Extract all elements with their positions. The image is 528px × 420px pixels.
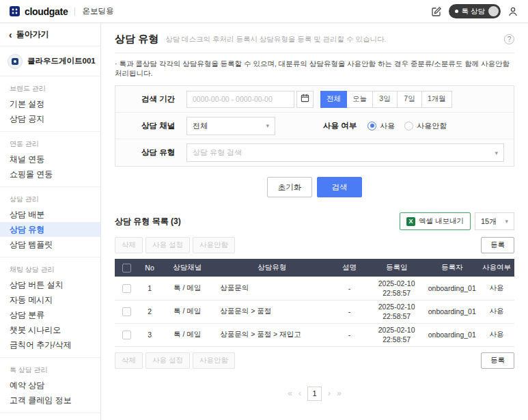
cell-type: 상품문의: [213, 277, 331, 300]
last-page-button[interactable]: »: [337, 389, 342, 398]
enable-button[interactable]: 사용 설정: [145, 352, 190, 369]
cell-desc: -: [331, 300, 368, 323]
page-1-button[interactable]: 1: [307, 387, 322, 401]
channel-select-value: 전체: [193, 121, 208, 131]
sidebar-section-integration: 연동 관리 채널 연동 쇼핑몰 연동: [0, 132, 100, 187]
header-desc: 설명: [331, 259, 368, 277]
status-badge[interactable]: 톡 상담: [449, 4, 501, 18]
table-header-row: No 상담채널 상담유형 설명 등록일 등록자 사용여부: [115, 259, 514, 277]
page-note: · 톡과 콜상담 각각의 상담유형을 등록할 수 있으며, 대분류의 상담유형을…: [115, 59, 514, 79]
period-quick-filters: 전체 오늘 3일 7일 1개월: [320, 91, 452, 108]
page-subtitle: 상담 데스크의 후처리 등록시 상담유형을 등록 및 관리할 수 있습니다.: [165, 35, 504, 44]
sidebar-item-banned-words[interactable]: 금칙어 추가/삭제: [0, 337, 100, 352]
help-icon[interactable]: ?: [504, 34, 514, 44]
back-link[interactable]: ‹ 돌아가기: [0, 23, 100, 46]
quick-filter-all[interactable]: 전체: [320, 91, 347, 108]
cell-no: 2: [138, 300, 161, 323]
quick-filter-1month[interactable]: 1개월: [421, 91, 452, 108]
section-title: 연동 관리: [0, 135, 100, 152]
quick-filter-3days[interactable]: 3일: [372, 91, 398, 108]
first-page-button[interactable]: «: [288, 389, 292, 398]
excel-icon: X: [406, 217, 415, 226]
page-size-select[interactable]: 15개 ▾: [475, 212, 514, 230]
section-title: 채팅 상담 관리: [0, 261, 100, 277]
consult-type-table: No 상담채널 상담유형 설명 등록일 등록자 사용여부 1 톡 / 메일 상품…: [115, 259, 514, 347]
enable-button[interactable]: 사용 설정: [145, 237, 190, 253]
sidebar-item-consult-category[interactable]: 상담 분류: [0, 307, 100, 322]
compose-icon[interactable]: [431, 6, 442, 17]
type-select[interactable]: 상담 유형 검색 ▾: [186, 143, 504, 162]
delete-button[interactable]: 삭제: [115, 237, 143, 253]
sidebar-item-consult-notice[interactable]: 상담 공지: [0, 111, 100, 126]
delete-button[interactable]: 삭제: [115, 352, 143, 369]
cell-date: 2025-02-10 22:58:57: [368, 323, 426, 346]
user-icon[interactable]: [508, 6, 518, 17]
excel-export-button[interactable]: X 엑셀 내보내기: [400, 212, 471, 230]
sidebar-item-consult-assignment[interactable]: 상담 배분: [0, 207, 100, 222]
row-checkbox[interactable]: [122, 331, 131, 339]
channel-select[interactable]: 전체 ▾: [186, 117, 275, 135]
header-divider: [74, 8, 75, 16]
sidebar-item-reservation-consult[interactable]: 예약 상담: [0, 378, 100, 393]
date-value: 2025-02-10: [369, 279, 425, 288]
sidebar-item-chat-button-install[interactable]: 상담 버튼 설치: [0, 277, 100, 292]
period-label: 검색 기간: [115, 94, 186, 104]
header-no: No: [138, 259, 161, 277]
register-button[interactable]: 등록: [481, 237, 514, 253]
sidebar: ‹ 돌아가기 클라우드게이트001 브랜드 관리 기본 설정 상담 공지 연동 …: [0, 23, 101, 420]
calendar-icon: [301, 94, 309, 104]
header-date: 등록일: [368, 259, 426, 277]
select-all-checkbox[interactable]: [122, 264, 131, 272]
table-row[interactable]: 1 톡 / 메일 상품문의 - 2025-02-10 22:58:57 onbo…: [115, 277, 514, 300]
radio-selected-icon: [367, 122, 376, 130]
quick-filter-today[interactable]: 오늘: [346, 91, 373, 108]
sidebar-item-consult-template[interactable]: 상담 템플릿: [0, 237, 100, 252]
disable-button[interactable]: 사용안함: [193, 237, 235, 253]
search-button[interactable]: 검색: [317, 177, 362, 197]
toolbar-left: 삭제 사용 설정 사용안함: [115, 352, 481, 369]
header-writer: 등록자: [426, 259, 479, 277]
sidebar-item-customer-claim-info[interactable]: 고객 클레임 정보: [0, 393, 100, 408]
table-row[interactable]: 3 톡 / 메일 상품문의 > 품절 > 재입고 - 2025-02-10 22…: [115, 323, 514, 346]
cloudgate-logo-icon: [10, 6, 20, 16]
cell-use: 사용: [479, 300, 514, 323]
sidebar-item-channel-integration[interactable]: 채널 연동: [0, 152, 100, 167]
type-select-placeholder: 상담 유형 검색: [193, 148, 242, 158]
row-checkbox[interactable]: [122, 307, 131, 316]
calendar-button[interactable]: [296, 91, 314, 108]
table-row[interactable]: 2 톡 / 메일 상품문의 > 품절 - 2025-02-10 22:58:57…: [115, 300, 514, 323]
cell-checkbox: [115, 323, 138, 346]
sidebar-item-auto-message[interactable]: 자동 메시지: [0, 292, 100, 307]
next-page-button[interactable]: ›: [328, 389, 331, 398]
cell-no: 1: [138, 277, 161, 300]
sidebar-item-consult-type[interactable]: 상담 유형: [0, 222, 100, 237]
sidebar-item-basic-settings[interactable]: 기본 설정: [0, 96, 100, 111]
quick-filter-7days[interactable]: 7일: [397, 91, 422, 108]
filter-row-period: 검색 기간 전체 오늘 3일 7일 1개월: [115, 86, 514, 113]
cell-checkbox: [115, 300, 138, 323]
status-toggle-knob[interactable]: [488, 6, 499, 16]
type-label: 상담 유형: [115, 148, 186, 158]
workspace-label: 온보딩용: [82, 6, 113, 16]
sidebar-section-chat-consult: 채팅 상담 관리 상담 버튼 설치 자동 메시지 상담 분류 챗봇 시나리오 금…: [0, 257, 100, 358]
chevron-down-icon: ▾: [505, 218, 508, 225]
radio-use[interactable]: 사용: [367, 121, 395, 131]
header-actions: 톡 상담: [431, 4, 518, 18]
filter-panel: 검색 기간 전체 오늘 3일 7일 1개월 상담 채널 전: [115, 85, 514, 167]
reset-button[interactable]: 초기화: [267, 177, 312, 197]
radio-unuse[interactable]: 사용안함: [404, 121, 447, 131]
prev-page-button[interactable]: ‹: [298, 389, 301, 398]
profile[interactable]: 클라우드게이트001: [0, 46, 100, 76]
list-header: 상담 유형 목록 (3) X 엑셀 내보내기 15개 ▾: [115, 212, 514, 230]
row-checkbox[interactable]: [122, 284, 131, 293]
register-button[interactable]: 등록: [481, 352, 514, 369]
sidebar-item-mall-integration[interactable]: 쇼핑몰 연동: [0, 167, 100, 182]
cell-channel: 톡 / 메일: [161, 323, 213, 346]
date-range-input[interactable]: [186, 91, 294, 108]
disable-button[interactable]: 사용안함: [193, 352, 235, 369]
logo-text[interactable]: cloudgate: [25, 6, 68, 17]
radio-unselected-icon: [404, 122, 413, 130]
header-type: 상담유형: [213, 259, 331, 277]
pagination: « ‹ 1 › »: [115, 387, 514, 401]
sidebar-item-chatbot-scenario[interactable]: 챗봇 시나리오: [0, 322, 100, 337]
